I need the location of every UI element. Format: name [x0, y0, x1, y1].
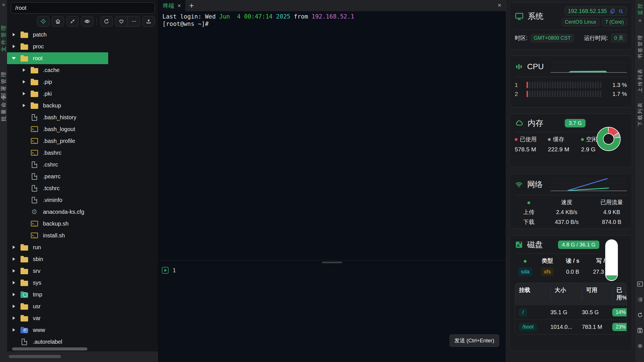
sidebar-tab-label: 批量命令: [0, 93, 7, 122]
right-tab-upload-list[interactable]: 上传列表: [636, 66, 643, 95]
tree-item-label: proc: [33, 43, 44, 50]
splitter-grip[interactable]: [322, 262, 342, 263]
tree-item[interactable]: .tcshrc: [7, 182, 158, 194]
tree-item[interactable]: .bash_profile: [7, 135, 158, 147]
sidebar-tab-batch-command[interactable]: 批量命令: [0, 104, 7, 111]
tree-item[interactable]: install.sh: [7, 230, 158, 241]
run-icon[interactable]: [162, 267, 169, 274]
right-tab-bookmarks[interactable]: 书签管理: [636, 32, 643, 61]
tree-item[interactable]: backup: [7, 100, 158, 111]
device-fs-badge: xfs: [541, 267, 554, 276]
sidebar-tab-file-manager[interactable]: 文件管理: [0, 17, 7, 59]
tab-terminal[interactable]: 终端 ×: [158, 0, 185, 11]
settings-icon[interactable]: [637, 343, 643, 349]
close-icon[interactable]: ×: [638, 17, 642, 24]
chevron-right-icon[interactable]: [23, 80, 25, 84]
free-label: 空闲: [586, 136, 597, 143]
chevron-right-icon[interactable]: [13, 257, 15, 261]
right-tab-label: 监控: [637, 3, 643, 15]
right-tab-download-list[interactable]: 下载列表: [636, 99, 643, 129]
chevron-right-icon[interactable]: [13, 305, 15, 308]
save-icon[interactable]: [637, 327, 643, 334]
right-tab-monitor[interactable]: 监控: [636, 1, 643, 17]
core-usage-value: 1.7 %: [606, 91, 627, 97]
tree-item[interactable]: proc: [7, 41, 158, 52]
chevron-right-icon[interactable]: [13, 316, 15, 320]
chevron-right-icon[interactable]: [13, 269, 15, 273]
panel-splitter[interactable]: [158, 260, 506, 264]
search-icon[interactable]: [618, 8, 624, 14]
collapse-button[interactable]: [66, 16, 79, 27]
tree-item[interactable]: .pip: [7, 76, 158, 88]
tree-item[interactable]: .cache: [7, 64, 158, 76]
tree-item[interactable]: .bash_history: [7, 111, 158, 123]
new-tab-button[interactable]: +: [185, 0, 198, 11]
terminal-screen[interactable]: Last login: Wed Jun 4 00:47:14 2025 from…: [158, 11, 506, 260]
tree-item-selected[interactable]: root: [7, 52, 108, 64]
send-button[interactable]: 发送 (Ctrl+Enter): [450, 334, 499, 347]
tree-item[interactable]: run: [7, 241, 158, 253]
tree-item[interactable]: .autorelabel: [7, 336, 158, 348]
favorite-button[interactable]: [115, 18, 128, 24]
path-input[interactable]: [11, 2, 155, 14]
tree-item[interactable]: backup.sh: [7, 218, 158, 230]
tree-item-label: .tcshrc: [43, 185, 60, 192]
tree-item[interactable]: patch: [7, 29, 158, 41]
tree-item[interactable]: .cshrc: [7, 159, 158, 170]
refresh-button[interactable]: [100, 16, 113, 27]
panel-close-icon[interactable]: ×: [498, 2, 501, 9]
preview-button[interactable]: [81, 16, 93, 27]
mount-row: /boot 1014.0... 783.1 M 23%: [515, 320, 627, 334]
tree-item[interactable]: www: [7, 324, 158, 336]
tree-item[interactable]: var: [7, 312, 158, 324]
tree-item[interactable]: sys: [7, 277, 158, 289]
locate-button[interactable]: [37, 16, 49, 27]
chevron-right-icon[interactable]: [13, 246, 15, 249]
tree-item[interactable]: .pearrc: [7, 170, 158, 182]
terminal-icon[interactable]: [637, 281, 643, 287]
tree-item[interactable]: .bash_logout: [7, 123, 158, 135]
chevron-right-icon[interactable]: [23, 68, 25, 72]
list-icon[interactable]: [637, 296, 643, 303]
script-icon: [31, 150, 38, 156]
disk-usage-gauge: [605, 239, 618, 281]
sidebar-tab-label: 文件管理: [0, 24, 7, 52]
tree-item[interactable]: ⚙anaconda-ks.cfg: [7, 206, 158, 218]
tree-item-label: .bashrc: [43, 150, 62, 156]
close-icon[interactable]: ×: [2, 2, 5, 8]
chevron-down-icon[interactable]: [12, 57, 16, 60]
folder-icon: [31, 104, 38, 109]
tree-item[interactable]: .bashrc: [7, 147, 158, 159]
chevron-right-icon[interactable]: [13, 281, 15, 284]
divider: [515, 77, 627, 77]
tree-item[interactable]: .pki: [7, 88, 158, 100]
tab-close-icon[interactable]: ×: [178, 3, 181, 9]
cloud-icon: [515, 119, 524, 127]
crosshair-icon: [40, 18, 46, 24]
tree-item[interactable]: tmp: [7, 289, 158, 300]
tree-item[interactable]: srv: [7, 265, 158, 277]
chevron-right-icon[interactable]: [13, 293, 15, 296]
chevron-right-icon[interactable]: [23, 92, 25, 95]
chevron-right-icon[interactable]: [13, 45, 15, 48]
more-button[interactable]: [128, 16, 140, 26]
upload-button[interactable]: [142, 16, 155, 27]
folder-icon: [21, 245, 28, 251]
home-button[interactable]: [52, 16, 64, 27]
bottom-scrollbar-thumb[interactable]: [9, 355, 61, 358]
tree-item-label: root: [33, 55, 42, 62]
chevron-right-icon[interactable]: [23, 104, 25, 107]
tree-item[interactable]: usr: [7, 300, 158, 312]
refresh-icon[interactable]: [637, 312, 643, 318]
tree-horizontal-scrollbar[interactable]: [12, 347, 87, 350]
tree-item[interactable]: .viminfo: [7, 194, 158, 206]
chevron-right-icon[interactable]: [13, 328, 15, 332]
tree-item[interactable]: sbin: [7, 253, 158, 265]
command-editor[interactable]: 1 发送 (Ctrl+Enter): [158, 264, 506, 362]
disk-icon: [515, 240, 523, 249]
used-pct-header: 已用%: [612, 286, 627, 302]
home-icon: [55, 18, 61, 24]
disk-usage-badge: 4.8 G / 36.1 G: [558, 240, 599, 249]
chevron-right-icon[interactable]: [13, 33, 15, 36]
copy-icon[interactable]: [610, 8, 615, 14]
